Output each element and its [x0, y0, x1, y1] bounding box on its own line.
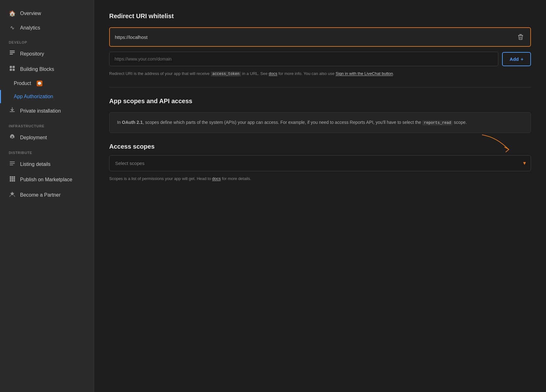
listing-icon [9, 160, 16, 168]
uri-value: https://localhost [115, 34, 147, 40]
add-uri-row: Add + [109, 52, 531, 66]
redirect-uri-section: Redirect URI whitelist https://localhost… [109, 13, 531, 77]
scopes-help-1: Scopes is a list of permissions your app… [109, 176, 212, 181]
infrastructure-section-label: INFRASTRUCTURE [0, 119, 94, 130]
main-content: Redirect URI whitelist https://localhost… [94, 0, 546, 392]
sidebar-item-repository[interactable]: Repository [0, 46, 94, 61]
repository-icon [9, 50, 16, 58]
svg-rect-5 [10, 69, 12, 71]
sidebar-item-publish-marketplace[interactable]: Publish on Marketplace [0, 172, 94, 187]
svg-rect-1 [10, 52, 15, 53]
svg-rect-6 [13, 69, 15, 71]
sidebar-item-listing-details[interactable]: Listing details [0, 156, 94, 172]
sidebar-item-publish-marketplace-label: Publish on Marketplace [20, 177, 72, 183]
sidebar-item-repository-label: Repository [20, 51, 44, 57]
building-blocks-icon [9, 65, 16, 73]
home-icon: 🏠 [9, 10, 16, 17]
sidebar-item-overview[interactable]: 🏠 Overview [0, 6, 94, 21]
publish-icon [9, 176, 16, 183]
svg-rect-19 [13, 180, 15, 182]
svg-rect-17 [10, 180, 11, 182]
sidebar-item-deployment-label: Deployment [20, 135, 47, 140]
redirect-uri-title: Redirect URI whitelist [109, 13, 531, 20]
svg-rect-21 [519, 34, 522, 35]
sidebar-item-building-blocks[interactable]: Building Blocks [0, 61, 94, 77]
delete-uri-button[interactable] [516, 32, 525, 42]
svg-rect-3 [10, 66, 12, 68]
scopes-help-2: for more details. [221, 176, 251, 181]
sidebar-item-analytics-label: Analytics [20, 25, 40, 31]
uri-entry: https://localhost [109, 27, 531, 47]
svg-rect-15 [12, 178, 13, 180]
oauth-bold: OAuth 2.1 [122, 120, 143, 125]
deployment-icon [9, 134, 16, 141]
svg-rect-16 [13, 178, 15, 180]
info-box: In OAuth 2.1, scopes define which parts … [109, 112, 531, 133]
sidebar: 🏠 Overview ∿ Analytics DEVELOP Repositor… [0, 0, 94, 392]
sidebar-item-app-authorization-label: App Authorization [14, 94, 53, 99]
svg-rect-12 [12, 176, 13, 178]
docs-link-1[interactable]: docs [269, 71, 277, 76]
arrow-annotation: Select scopes ▾ [109, 155, 531, 171]
svg-rect-2 [10, 54, 13, 55]
app-scopes-section: App scopes and API access In OAuth 2.1, … [109, 98, 531, 133]
partner-icon [9, 191, 16, 199]
access-token-code: access_token [211, 72, 241, 77]
sidebar-item-overview-label: Overview [20, 11, 41, 16]
add-button-label: Add [510, 56, 519, 62]
scopes-select[interactable]: Select scopes [109, 155, 531, 171]
svg-rect-0 [10, 50, 15, 51]
product-badge-icon: 💬 [37, 81, 42, 86]
sidebar-item-become-partner[interactable]: Become a Partner [0, 187, 94, 203]
livechat-button-link[interactable]: Sign in with the LiveChat button [335, 71, 393, 76]
access-scopes-section: Access scopes Select scopes ▾ Scopes is … [109, 143, 531, 182]
info-text-3: scope. [452, 120, 467, 125]
help-text-4: . [393, 71, 394, 76]
trash-icon [517, 34, 524, 40]
help-text-1: Redirect URI is the address of your app … [109, 71, 211, 76]
add-button-icon: + [521, 56, 523, 62]
sidebar-item-private-installation-label: Private installation [20, 108, 61, 114]
svg-rect-14 [10, 178, 11, 180]
add-uri-button[interactable]: Add + [502, 52, 531, 66]
sidebar-item-deployment[interactable]: Deployment [0, 130, 94, 145]
analytics-icon: ∿ [9, 24, 16, 31]
help-text-2: in a URL. See [241, 71, 269, 76]
help-text-3: for more info. You can also use [277, 71, 336, 76]
sidebar-item-building-blocks-label: Building Blocks [20, 66, 54, 72]
sidebar-item-private-installation[interactable]: Private installation [0, 103, 94, 119]
svg-rect-13 [13, 176, 15, 178]
sidebar-item-become-partner-label: Become a Partner [20, 192, 61, 198]
reports-read-code: reports_read [422, 120, 452, 125]
uri-input[interactable] [109, 52, 498, 66]
sidebar-item-product-label: Product [14, 81, 31, 86]
redirect-uri-help: Redirect URI is the address of your app … [109, 71, 531, 77]
app-scopes-title: App scopes and API access [109, 98, 531, 105]
info-text-2: , scopes define which parts of the syste… [143, 120, 422, 125]
sidebar-item-product[interactable]: Product 💬 [0, 77, 94, 90]
sidebar-item-app-authorization[interactable]: App Authorization [0, 90, 94, 103]
svg-rect-18 [12, 180, 13, 182]
svg-rect-11 [10, 176, 11, 178]
section-divider-1 [109, 87, 531, 87]
sidebar-item-analytics[interactable]: ∿ Analytics [0, 21, 94, 35]
svg-rect-4 [13, 66, 15, 68]
develop-section-label: DEVELOP [0, 35, 94, 46]
info-text-1: In [117, 120, 122, 125]
scopes-help-text: Scopes is a list of permissions your app… [109, 176, 531, 182]
sidebar-item-listing-details-label: Listing details [20, 162, 51, 167]
access-scopes-title: Access scopes [109, 143, 531, 150]
scopes-select-container: Select scopes ▾ [109, 155, 531, 171]
download-icon [9, 107, 16, 115]
svg-point-7 [12, 137, 13, 139]
scopes-docs-link[interactable]: docs [212, 176, 221, 181]
distribute-section-label: DISTRIBUTE [0, 145, 94, 156]
